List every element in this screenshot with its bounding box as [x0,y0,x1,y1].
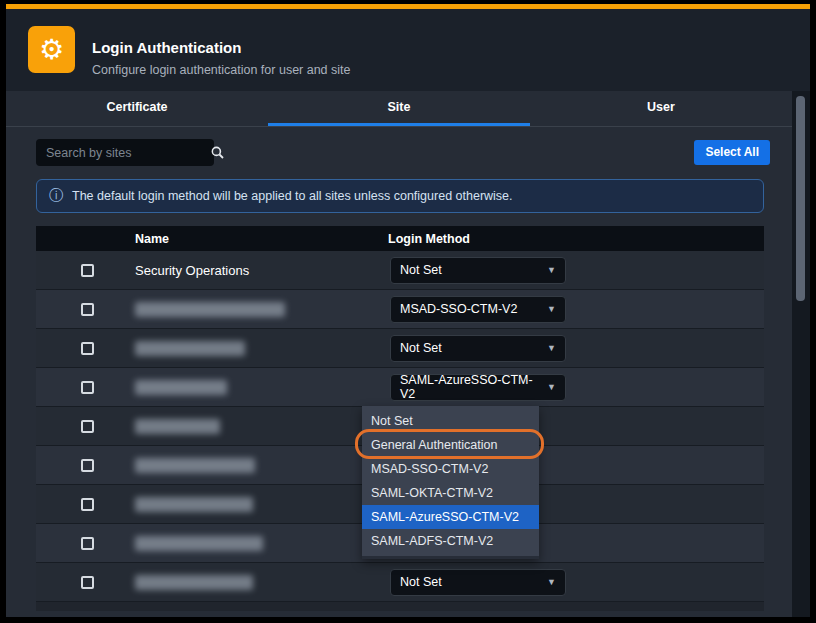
dropdown-option-saml-adfs[interactable]: SAML-ADFS-CTM-V2 [362,529,539,553]
login-method-value: Not Set [400,341,442,355]
row-checkbox[interactable] [81,576,94,589]
table-row: SAML-AzureSSO-CTM-V2 ▼ [36,368,764,407]
row-checkbox[interactable] [81,498,94,511]
login-method-value: Not Set [400,263,442,277]
row-checkbox[interactable] [81,264,94,277]
main-panel: Certificate Site User Select All ⓘ The d… [6,91,792,617]
chevron-down-icon: ▼ [547,265,556,275]
partial-table-row [36,602,764,611]
redacted-site-name [135,575,253,590]
row-checkbox[interactable] [81,342,94,355]
site-name: Security Operations [135,263,249,278]
chevron-down-icon: ▼ [547,304,556,314]
site-search [36,139,214,166]
row-checkbox[interactable] [81,420,94,433]
dropdown-option-not-set[interactable]: Not Set [362,409,539,433]
chevron-down-icon: ▼ [547,343,556,353]
search-icon [211,146,224,159]
login-method-select[interactable]: MSAD-SSO-CTM-V2 ▼ [390,296,566,323]
info-banner-text: The default login method will be applied… [72,189,513,203]
redacted-site-name [135,380,227,395]
login-method-dropdown-menu: Not Set General Authentication MSAD-SSO-… [362,406,539,559]
login-method-value: Not Set [400,575,442,589]
table-row: Not Set ▼ [36,329,764,368]
login-method-select[interactable]: Not Set ▼ [390,257,566,284]
tab-certificate[interactable]: Certificate [6,91,268,126]
info-banner: ⓘ The default login method will be appli… [36,179,764,213]
tab-site[interactable]: Site [268,91,530,126]
chevron-down-icon: ▼ [547,577,556,587]
redacted-site-name [135,458,255,473]
redacted-site-name [135,341,245,356]
dropdown-option-saml-azuresso[interactable]: SAML-AzureSSO-CTM-V2 [362,505,539,529]
login-method-select[interactable]: Not Set ▼ [390,335,566,362]
page-title: Login Authentication [92,39,241,56]
login-method-value: MSAD-SSO-CTM-V2 [400,302,517,316]
login-method-value: SAML-AzureSSO-CTM-V2 [400,373,547,401]
table-row: Not Set ▼ [36,563,764,602]
table-row: Security Operations Not Set ▼ [36,251,764,290]
gear-icon: ⚙ [28,26,75,73]
scrollbar-thumb[interactable] [796,96,805,301]
tab-bar: Certificate Site User [6,91,792,127]
info-icon: ⓘ [49,187,63,205]
row-checkbox[interactable] [81,381,94,394]
page-subtitle: Configure login authentication for user … [92,63,351,77]
name-column-header: Name [135,232,388,246]
redacted-site-name [135,302,285,317]
chevron-down-icon: ▼ [547,382,556,392]
tab-user[interactable]: User [530,91,792,126]
dropdown-option-general-authentication[interactable]: General Authentication [362,433,539,457]
redacted-site-name [135,536,263,551]
select-all-button[interactable]: Select All [694,140,770,165]
search-input[interactable] [36,146,211,160]
login-method-column-header: Login Method [388,232,764,246]
redacted-site-name [135,497,253,512]
login-authentication-window: ⚙ Login Authentication Configure login a… [0,0,816,623]
header: ⚙ Login Authentication Configure login a… [6,9,810,91]
row-checkbox[interactable] [81,303,94,316]
row-checkbox[interactable] [81,537,94,550]
table-row: MSAD-SSO-CTM-V2 ▼ [36,290,764,329]
login-method-select[interactable]: Not Set ▼ [390,569,566,596]
row-checkbox[interactable] [81,459,94,472]
dropdown-option-saml-okta[interactable]: SAML-OKTA-CTM-V2 [362,481,539,505]
redacted-site-name [135,419,220,434]
table-header: Name Login Method [36,226,764,251]
login-method-select-open[interactable]: SAML-AzureSSO-CTM-V2 ▼ [390,374,566,401]
dropdown-option-msad-sso[interactable]: MSAD-SSO-CTM-V2 [362,457,539,481]
